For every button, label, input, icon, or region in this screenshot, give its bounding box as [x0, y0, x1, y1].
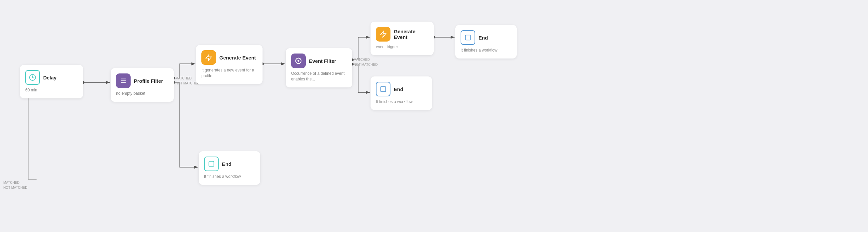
profile-filter-icon: [116, 74, 131, 88]
profile-filter-header: Profile Filter: [116, 74, 168, 88]
generate-event-top-node[interactable]: Generate Event event trigger: [371, 22, 434, 55]
generate-event-top-desc: event trigger: [376, 44, 428, 50]
end-mid-right-title: End: [394, 86, 403, 92]
delay-header: Delay: [25, 70, 78, 85]
event-filter-node[interactable]: Event Filter Occurrence of a defined eve…: [286, 48, 352, 87]
generate-event-top-icon: [376, 27, 391, 41]
delay-icon: [25, 70, 40, 85]
generate-event-main-title: Generate Event: [219, 55, 256, 60]
end-bottom-mid-icon: [204, 156, 219, 171]
event-filter-header: Event Filter: [291, 54, 347, 68]
end-bottom-mid-header: End: [204, 156, 255, 171]
event-filter-desc: Occurrence of a defined event enables th…: [291, 71, 347, 82]
generate-event-main-icon: [202, 50, 216, 65]
generate-event-top-title: Generate Event: [394, 29, 428, 40]
end-mid-right-node[interactable]: End It finishes a workflow: [371, 77, 432, 110]
profile-filter-title: Profile Filter: [134, 78, 163, 84]
delay-desc: 60 min: [25, 87, 78, 93]
profile-filter-desc: no empty basket: [116, 91, 168, 96]
end-top-right-node[interactable]: End It finishes a workflow: [455, 25, 517, 58]
generate-event-main-node[interactable]: Generate Event It generates a new event …: [196, 45, 262, 84]
svg-rect-34: [381, 87, 386, 92]
end-bottom-mid-node[interactable]: End It finishes a workflow: [199, 151, 260, 185]
generate-event-main-header: Generate Event: [202, 50, 257, 65]
event-filter-matched-label: MATCHED NOT MATCHED: [353, 57, 377, 67]
profile-filter-node[interactable]: Profile Filter no empty basket: [111, 68, 174, 102]
event-filter-title: Event Filter: [309, 58, 336, 64]
svg-rect-35: [209, 162, 214, 167]
end-top-right-icon: [461, 30, 475, 45]
end-bottom-mid-title: End: [222, 161, 231, 167]
svg-marker-29: [206, 55, 212, 60]
end-top-right-desc: It finishes a workflow: [461, 48, 512, 53]
svg-marker-32: [380, 31, 386, 37]
delay-node[interactable]: Delay 60 min: [20, 65, 83, 98]
end-top-right-title: End: [478, 35, 488, 40]
end-mid-right-icon: [376, 82, 391, 96]
delay-matched-label: MATCHED NOT MATCHED: [3, 180, 27, 190]
generate-event-top-header: Generate Event: [376, 27, 428, 41]
end-mid-right-desc: It finishes a workflow: [376, 99, 427, 105]
svg-rect-33: [466, 35, 470, 40]
end-top-right-header: End: [461, 30, 512, 45]
svg-point-31: [298, 60, 300, 62]
event-filter-icon: [291, 54, 306, 68]
end-mid-right-header: End: [376, 82, 427, 96]
end-bottom-mid-desc: It finishes a workflow: [204, 174, 255, 179]
generate-event-main-desc: It generates a new event for a profile: [202, 67, 257, 79]
delay-title: Delay: [43, 75, 57, 81]
